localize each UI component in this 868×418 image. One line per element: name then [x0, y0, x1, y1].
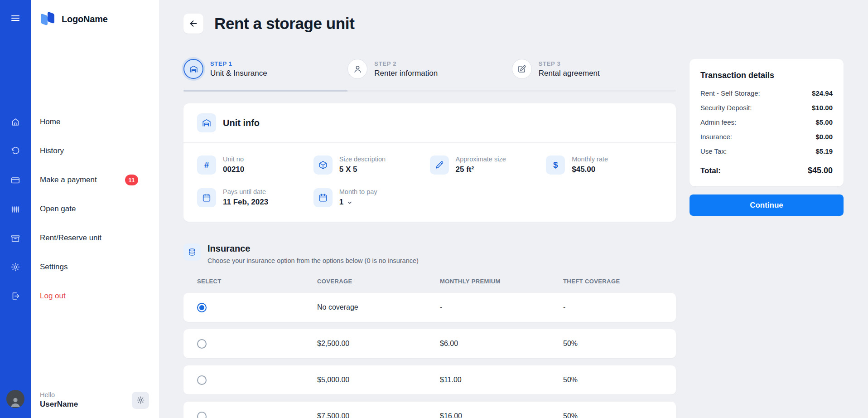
insurance-row-7500[interactable]: $7,500.00 $16.00 50%: [183, 402, 676, 418]
history-icon: [10, 146, 20, 156]
rail-item-open-gate[interactable]: [0, 194, 31, 224]
sidebar-item-rent-reserve-unit[interactable]: Rent/Reserve unit: [31, 224, 159, 253]
total-label: Total:: [700, 166, 721, 175]
rail-item-rent-reserve-unit[interactable]: [0, 224, 31, 253]
insurance-radio[interactable]: [197, 339, 207, 349]
transaction-line: Insurance: $0.00: [700, 133, 833, 141]
column-theft-coverage: THEFT COVERAGE: [563, 278, 662, 285]
field-unit-no: # Unit no 00210: [197, 156, 313, 175]
sidebar-item-label: Rent/Reserve unit: [40, 233, 101, 243]
sidebar-item-open-gate[interactable]: Open gate: [31, 194, 159, 224]
back-arrow-icon: [188, 19, 198, 29]
unit-info-grid: # Unit no 00210 Size description 5 X 5: [183, 143, 676, 222]
step-texts: STEP 2 Renter information: [374, 60, 438, 78]
payment-count-badge: 11: [125, 175, 138, 185]
theft-cell: -: [563, 303, 662, 311]
field-monthly-rate: $ Monthly rate $45.00: [546, 156, 662, 175]
rail-item-home[interactable]: [0, 107, 31, 136]
field-value: $45.00: [572, 165, 608, 174]
hash-icon: #: [197, 156, 216, 175]
line-label: Admin fees:: [700, 118, 736, 126]
column-monthly-premium: MONTHLY PREMIUM: [440, 278, 563, 285]
step-eyebrow: STEP 2: [374, 60, 438, 67]
storage-unit-icon: [202, 118, 212, 128]
stepper: STEP 1 Unit & Insurance STEP 2 Renter in…: [183, 59, 676, 79]
sidebar: LogoName Home History Make a payment 11 …: [31, 0, 159, 418]
insurance-coins-icon: [183, 243, 201, 261]
insurance-radio[interactable]: [197, 412, 207, 418]
logo[interactable]: LogoName: [31, 0, 159, 38]
step-renter-information[interactable]: STEP 2 Renter information: [347, 59, 511, 79]
premium-cell: -: [440, 303, 563, 311]
premium-cell: $6.00: [440, 340, 563, 348]
step-circle: [512, 59, 532, 79]
calendar-icon: [313, 188, 333, 207]
summary-column: Transaction details Rent - Self Storage:…: [690, 59, 844, 216]
form-column: STEP 1 Unit & Insurance STEP 2 Renter in…: [183, 59, 676, 418]
line-label: Insurance:: [700, 133, 732, 141]
insurance-row-2500[interactable]: $2,500.00 $6.00 50%: [183, 329, 676, 358]
line-value: $10.00: [812, 104, 833, 112]
user-silhouette-icon: [9, 395, 22, 408]
user-name: UserName: [40, 400, 78, 409]
sidebar-item-logout[interactable]: Log out: [31, 282, 159, 311]
page-title: Rent a storage unit: [214, 15, 354, 33]
hamburger-menu-icon[interactable]: [10, 13, 21, 24]
step-circle: [183, 59, 203, 79]
transaction-line: Admin fees: $5.00: [700, 118, 833, 126]
transaction-total: Total: $45.00: [700, 166, 833, 175]
rail-item-make-a-payment[interactable]: [0, 165, 31, 194]
step-rental-agreement[interactable]: STEP 3 Rental agreement: [512, 59, 676, 79]
step-unit-insurance[interactable]: STEP 1 Unit & Insurance: [183, 59, 347, 79]
transaction-details-title: Transaction details: [700, 71, 833, 80]
rail-item-settings[interactable]: [0, 253, 31, 282]
gear-icon: [136, 396, 145, 404]
avatar[interactable]: [6, 390, 24, 408]
user-row: Hello UserName: [31, 384, 159, 418]
user-info: Hello UserName: [40, 391, 78, 409]
step-eyebrow: STEP 3: [539, 60, 600, 67]
continue-button[interactable]: Continue: [690, 194, 844, 216]
line-label: Use Tax:: [700, 147, 727, 155]
rail-item-history[interactable]: [0, 136, 31, 165]
unit-info-header: Unit info: [183, 103, 676, 143]
storage-unit-icon: [189, 64, 198, 74]
coverage-cell: $7,500.00: [317, 412, 440, 418]
person-icon: [353, 64, 362, 74]
insurance-table-header: SELECT COVERAGE MONTHLY PREMIUM THEFT CO…: [183, 278, 676, 285]
insurance-row-no-coverage[interactable]: No coverage - -: [183, 293, 676, 322]
sidebar-item-label: Open gate: [40, 204, 76, 214]
back-button[interactable]: [183, 14, 203, 34]
premium-cell: $16.00: [440, 412, 563, 418]
unit-info-icon: [197, 113, 216, 132]
field-size-description: Size description 5 X 5: [313, 156, 430, 175]
sidebar-item-settings[interactable]: Settings: [31, 253, 159, 282]
field-value: 11 Feb, 2023: [223, 198, 268, 207]
insurance-radio[interactable]: [197, 375, 207, 385]
field-label: Size description: [339, 156, 386, 163]
field-value: 00210: [223, 165, 244, 174]
theft-cell: 50%: [563, 376, 662, 384]
month-to-pay-select[interactable]: Month to pay 1: [313, 188, 430, 207]
gear-icon: [10, 262, 20, 272]
unit-info-title: Unit info: [223, 118, 260, 128]
sidebar-item-home[interactable]: Home: [31, 107, 159, 136]
field-label: Month to pay: [339, 188, 377, 195]
sidebar-item-history[interactable]: History: [31, 136, 159, 165]
calendar-icon: [197, 188, 216, 207]
insurance-row-5000[interactable]: $5,000.00 $11.00 50%: [183, 365, 676, 394]
insurance-header: Insurance Choose your insurance option f…: [183, 243, 676, 264]
line-value: $0.00: [815, 133, 833, 141]
line-label: Security Deposit:: [700, 104, 752, 112]
insurance-radio[interactable]: [197, 303, 207, 312]
user-settings-button[interactable]: [132, 392, 149, 409]
month-to-pay-value: 1: [339, 198, 343, 207]
field-pays-until-date: Pays until date 11 Feb, 2023: [197, 188, 313, 207]
stepper-progress-bar: [183, 90, 347, 92]
step-texts: STEP 1 Unit & Insurance: [210, 60, 267, 78]
dollar-icon: $: [546, 156, 565, 175]
sidebar-item-make-a-payment[interactable]: Make a payment 11: [31, 165, 159, 194]
logo-text: LogoName: [62, 14, 108, 24]
rail-item-logout[interactable]: [0, 282, 31, 311]
field-value: 25 ft²: [456, 165, 506, 174]
